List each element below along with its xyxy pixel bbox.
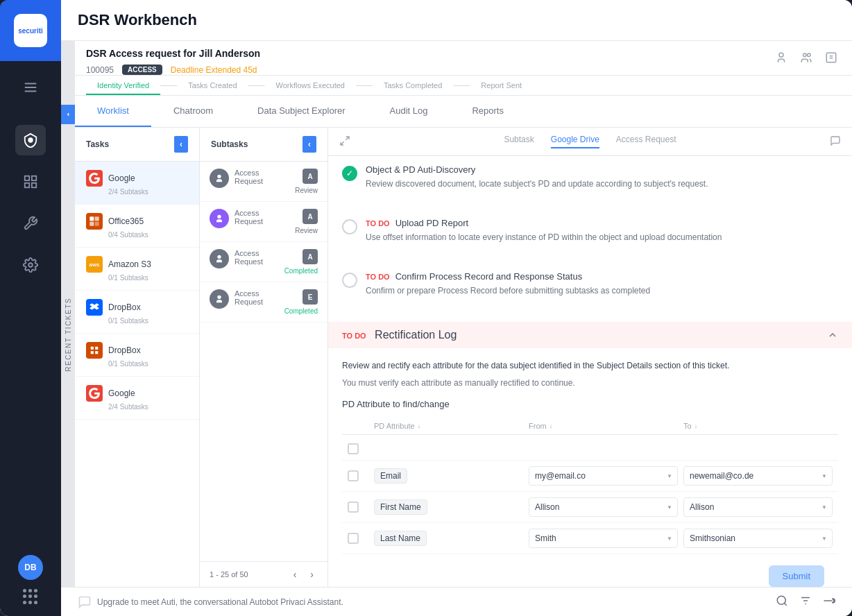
ticket-panel: DSR Access request for Jill Anderson 100… [75,41,852,587]
pd-checkbox-lastname[interactable] [348,533,359,544]
progress-separator-4: —— [453,76,470,95]
progress-tab-report[interactable]: Report Sent [470,76,533,95]
task-check-3[interactable] [342,273,357,288]
task-item-google-2[interactable]: Google 2/4 Subtasks [75,377,199,420]
rectification-title-area: TO DO Rectification Log [342,329,457,341]
task-item-dropbox-2[interactable]: DropBox 0/1 Subtasks [75,334,199,377]
subtasks-nav-chevron[interactable]: ‹ [303,136,316,153]
tab-chatroom[interactable]: Chatroom [151,96,235,127]
pd-attribute-lastname: Last Name [374,531,523,546]
pd-checkbox-email[interactable] [348,470,359,481]
subtask-status-2: Review [295,227,318,234]
user-avatar[interactable]: DB [18,555,43,580]
recent-tickets-tab[interactable]: RECENT TICKETS [61,41,75,587]
detail-comment-btn[interactable] [830,135,841,148]
subtask-badge-1: A [303,169,318,184]
task-icon-google-1 [86,170,103,187]
task-name-google-2: Google [108,388,135,398]
task-name-google-1: Google [108,173,135,183]
page-header: DSR Workbench [61,0,852,41]
ticket-title: DSR Access request for Jill Anderson [86,48,260,59]
sidebar-menu-icon[interactable] [15,72,46,103]
task-subtasks-google-1: 2/4 Subtasks [86,188,188,196]
svg-rect-7 [32,183,36,187]
subtask-item-3[interactable]: Access Request A Completed [200,242,327,282]
progress-tab-tasks[interactable]: Tasks Created [177,76,248,95]
pd-to-firstname-select[interactable]: Allison [683,497,833,517]
pd-attribute-header: PD Attribute ↓ [374,422,523,430]
collapse-button[interactable] [61,105,75,124]
task-todo-label-3: TO DO [366,273,390,281]
ticket-user-icon-btn[interactable] [772,48,791,67]
detail-toolbar: Subtask Google Drive Access Request [328,128,852,156]
progress-tab-identity[interactable]: Identity Verified [86,76,160,95]
tab-data-subject-explorer[interactable]: Data Subject Explorer [235,96,367,127]
subtask-item-2[interactable]: Access Request A Review [200,202,327,242]
search-button[interactable] [776,594,788,609]
expand-button[interactable] [339,135,350,148]
subtask-badge-4: E [303,289,318,305]
pd-checkbox-firstname[interactable] [348,502,359,513]
subtask-status-1: Review [295,187,318,194]
subtask-info-4: Access Request [235,289,279,306]
task-row-1: Object & PD Auti-Discovery Review discov… [328,156,852,198]
filter-button[interactable] [799,594,812,609]
pd-from-firstname-select[interactable]: Allison [529,497,678,517]
ticket-group-icon-btn[interactable] [796,48,816,67]
rect-description: Review and rectify each attribute for th… [342,359,838,373]
subtasks-panel: Subtasks ‹ Access Request [200,128,328,587]
subtask-item-4[interactable]: Access Request E Completed [200,282,327,323]
task-item-google-1[interactable]: Google 2/4 Subtasks [75,162,199,205]
detail-tab-access-request[interactable]: Access Request [616,135,676,148]
rectification-collapse-icon [827,330,838,341]
sidebar-dashboard-icon[interactable] [15,166,46,197]
tab-reports[interactable]: Reports [450,96,526,127]
task-check-1[interactable] [342,166,357,181]
logo-inner: securiti [14,14,47,47]
to-sort-arrow: ↓ [695,422,698,429]
pd-to-email-select[interactable]: newemail@co.de [683,466,833,486]
logo-text: securiti [18,27,43,35]
task-item-office365[interactable]: Office365 0/4 Subtasks [75,205,199,248]
task-subtasks-dropbox-1: 0/1 Subtasks [86,317,188,325]
subtask-item-1[interactable]: Access Request A Review [200,162,327,202]
detail-tab-google-drive[interactable]: Google Drive [551,135,599,148]
ticket-doc-icon-btn[interactable] [821,48,841,67]
pd-from-email-select[interactable]: my@email.co [529,466,678,486]
progress-tab-completed[interactable]: Tasks Completed [373,76,453,95]
pagination-prev[interactable]: ‹ [289,567,301,581]
ticket-meta: 100095 ACCESS Deadline Extended 45d [86,65,260,75]
svg-rect-20 [95,347,98,350]
svg-point-3 [28,138,33,142]
sidebar-tools-icon[interactable] [15,208,46,239]
svg-rect-22 [95,351,98,354]
task-name-dropbox-2: DropBox [108,345,141,355]
pd-from-lastname-select[interactable]: Smith [529,529,678,548]
pd-checkbox-empty[interactable] [348,443,359,454]
pagination-next[interactable]: › [306,567,318,581]
sidebar: securiti DB [0,0,61,616]
detail-tab-subtask[interactable]: Subtask [504,135,534,148]
pd-check-header [348,422,368,430]
task-item-amazons3[interactable]: aws Amazon S3 0/1 Subtasks [75,248,199,291]
task-item-dropbox-1[interactable]: DropBox 0/1 Subtasks [75,291,199,334]
tab-worklist[interactable]: Worklist [75,96,151,127]
task-desc-1: Review discovered document, locate subje… [366,178,838,190]
tasks-nav-chevron[interactable]: ‹ [174,136,188,153]
subtask-avatar-4 [210,289,229,309]
progress-tab-workflows[interactable]: Workflows Executed [265,76,356,95]
subtask-pagination: 1 - 25 of 50 ‹ › [200,561,327,587]
share-button[interactable] [823,594,835,609]
ticket-deadline: Deadline Extended 45d [171,65,257,75]
sidebar-bottom: DB [18,544,43,616]
tab-audit-log[interactable]: Audit Log [368,96,450,127]
subtask-badge-3: A [303,249,318,264]
submit-button[interactable]: Submit [769,565,824,587]
app-grid-icon[interactable] [22,588,39,605]
sidebar-privacy-icon[interactable] [15,125,46,155]
sidebar-settings-icon[interactable] [15,250,46,280]
subtask-avatar-1 [210,169,229,188]
rectification-header[interactable]: TO DO Rectification Log [328,322,852,348]
task-check-2[interactable] [342,219,357,234]
pd-to-lastname-select[interactable]: Smithsonian [683,529,833,548]
